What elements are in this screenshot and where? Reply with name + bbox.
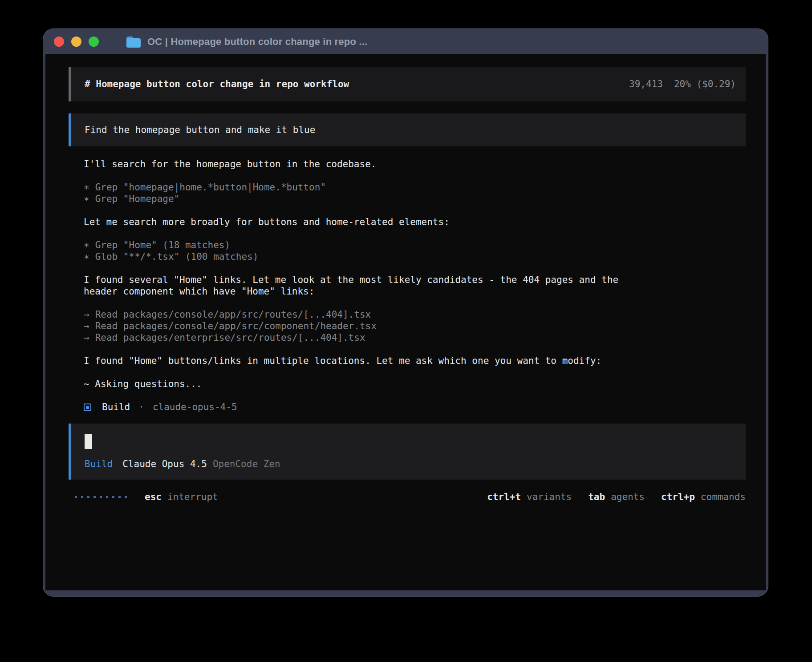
assistant-text: I found several "Home" links. Let me loo… xyxy=(84,274,647,297)
tool-call-text: Grep "homepage|home.*button|Home.*button… xyxy=(95,182,326,193)
hint-interrupt: esc interrupt xyxy=(145,491,218,503)
session-title: # Homepage button color change in repo w… xyxy=(85,78,349,90)
agent-model-line: Build · claude-opus-4-5 xyxy=(84,401,647,413)
agent-build-icon xyxy=(84,404,91,411)
tool-call-group: ∗ Grep "homepage|home.*button|Home.*butt… xyxy=(84,182,647,205)
arrow-right-icon: → xyxy=(84,332,89,343)
tool-call-glob: ∗ Glob "**/*.tsx" (100 matches) xyxy=(84,251,647,262)
tool-call-read: → Read packages/console/app/src/componen… xyxy=(84,320,647,332)
agent-model: claude-opus-4-5 xyxy=(153,401,237,413)
spinner-dots xyxy=(75,496,127,498)
tool-call-group: → Read packages/console/app/src/routes/[… xyxy=(84,309,647,343)
arrow-right-icon: → xyxy=(84,320,89,332)
agents-label: agents xyxy=(611,491,645,503)
tool-call-text: Grep "Home" (18 matches) xyxy=(95,239,230,251)
arrow-right-icon: → xyxy=(84,309,89,320)
session-stats: 39,413 20% ($0.29) xyxy=(629,78,736,90)
tool-call-grep: ∗ Grep "homepage|home.*button|Home.*butt… xyxy=(84,182,647,193)
hints-right: ctrl+t variants tab agents ctrl+p comman… xyxy=(487,491,746,503)
minimize-button[interactable] xyxy=(71,36,81,47)
working-status: ~ Asking questions... xyxy=(84,378,647,390)
agent-name: Build xyxy=(102,401,130,413)
window-title: OC | Homepage button color change in rep… xyxy=(147,36,367,48)
input-agent-label[interactable]: Build xyxy=(85,458,113,470)
terminal-window: OC | Homepage button color change in rep… xyxy=(43,28,768,597)
prompt-input[interactable]: Build Claude Opus 4.5 OpenCode Zen xyxy=(69,424,746,480)
tool-call-read: → Read packages/console/app/src/routes/[… xyxy=(84,309,647,320)
status-bar: esc interrupt ctrl+t variants tab agents… xyxy=(69,491,746,503)
ctrl-p-key: ctrl+p xyxy=(661,491,695,503)
tool-call-text: Read packages/console/app/src/component/… xyxy=(95,320,377,332)
desktop: OC | Homepage button color change in rep… xyxy=(0,0,812,662)
user-message-text: Find the homepage button and make it blu… xyxy=(85,125,315,135)
terminal-content: # Homepage button color change in repo w… xyxy=(45,54,766,590)
asterisk-icon: ∗ xyxy=(84,251,89,262)
esc-label: interrupt xyxy=(167,491,218,503)
tool-call-text: Read packages/enterprise/src/routes/[...… xyxy=(95,332,365,343)
context-cost: 20% ($0.29) xyxy=(674,78,736,90)
session-header: # Homepage button color change in repo w… xyxy=(69,67,746,101)
dot-separator: · xyxy=(138,401,144,413)
tool-call-text: Glob "**/*.tsx" (100 matches) xyxy=(95,251,259,262)
variants-label: variants xyxy=(527,491,572,503)
tool-call-grep: ∗ Grep "Homepage" xyxy=(84,193,647,205)
commands-label: commands xyxy=(701,491,746,503)
tool-call-text: Read packages/console/app/src/routes/[..… xyxy=(95,309,371,320)
text-cursor xyxy=(85,434,92,449)
input-model-label[interactable]: Claude Opus 4.5 xyxy=(122,458,207,470)
tab-key: tab xyxy=(588,491,605,503)
window-titlebar[interactable]: OC | Homepage button color change in rep… xyxy=(43,29,768,54)
assistant-text: I'll search for the homepage button in t… xyxy=(84,158,647,170)
close-button[interactable] xyxy=(54,36,64,47)
folder-icon xyxy=(126,36,142,48)
token-count: 39,413 xyxy=(629,78,663,90)
tool-call-text: Grep "Homepage" xyxy=(95,193,180,205)
asterisk-icon: ∗ xyxy=(84,239,89,251)
tool-call-group: ∗ Grep "Home" (18 matches) ∗ Glob "**/*.… xyxy=(84,239,647,262)
input-provider-label: OpenCode Zen xyxy=(213,458,280,470)
ctrl-t-key: ctrl+t xyxy=(487,491,521,503)
assistant-text: I found "Home" buttons/links in multiple… xyxy=(84,355,647,367)
zoom-button[interactable] xyxy=(89,36,99,47)
hint-commands: ctrl+p commands xyxy=(661,491,746,503)
esc-key: esc xyxy=(145,491,162,503)
tool-call-grep: ∗ Grep "Home" (18 matches) xyxy=(84,239,647,251)
traffic-lights xyxy=(54,36,99,47)
assistant-text: Let me search more broadly for buttons a… xyxy=(84,216,647,228)
asterisk-icon: ∗ xyxy=(84,182,89,193)
assistant-messages: I'll search for the homepage button in t… xyxy=(84,158,647,413)
hint-agents: tab agents xyxy=(588,491,645,503)
tool-call-read: → Read packages/enterprise/src/routes/[.… xyxy=(84,332,647,343)
user-message: Find the homepage button and make it blu… xyxy=(69,113,746,146)
hint-variants: ctrl+t variants xyxy=(487,491,572,503)
model-row: Build Claude Opus 4.5 OpenCode Zen xyxy=(85,458,732,470)
title-group: OC | Homepage button color change in rep… xyxy=(126,36,367,48)
asterisk-icon: ∗ xyxy=(84,193,89,205)
